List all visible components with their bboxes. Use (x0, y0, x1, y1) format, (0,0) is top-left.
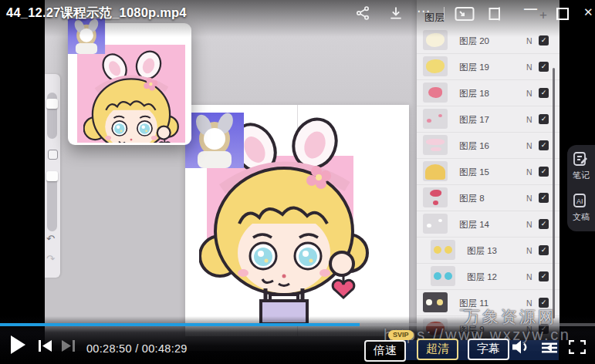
current-time: 00:28:50 (86, 342, 132, 355)
layer-thumbnail[interactable] (423, 161, 448, 181)
layer-row[interactable]: 图层 14N✓ (417, 211, 560, 238)
layer-name: 图层 15 (459, 167, 489, 178)
share-icon[interactable] (355, 5, 370, 21)
side-dock: 笔记 AI 文稿 (567, 145, 595, 231)
previous-icon[interactable] (39, 340, 53, 352)
layer-visibility-checkbox[interactable]: ✓ (539, 114, 549, 124)
layer-thumbnail[interactable] (423, 56, 448, 76)
layer-visibility-checkbox[interactable]: ✓ (539, 219, 549, 229)
total-duration: 00:48:29 (142, 342, 188, 355)
modify-button[interactable] (48, 150, 58, 160)
undo-icon[interactable]: ↶ (46, 233, 55, 244)
layer-name: 图层 16 (459, 140, 489, 152)
layer-blend-mode[interactable]: N (526, 62, 532, 72)
layer-thumbnail[interactable] (431, 240, 455, 260)
picture-in-picture-icon[interactable] (455, 6, 475, 22)
layer-visibility-checkbox[interactable]: ✓ (539, 193, 549, 203)
next-icon[interactable] (60, 340, 75, 352)
titlebar-divider (444, 7, 445, 19)
layer-thumbnail[interactable] (423, 214, 448, 234)
playback-speed-button[interactable]: 倍速 (364, 340, 406, 362)
layers-panel: 图层 + 图层 20N✓图层 19N✓图层 18N✓图层 17N✓图层 16N✓… (417, 0, 560, 351)
layer-row[interactable]: 图层 13N✓ (417, 238, 560, 264)
notes-icon (573, 151, 588, 167)
layer-row[interactable]: 图层 19N✓ (417, 54, 560, 80)
quality-button[interactable]: 超清 (417, 339, 458, 360)
layer-row[interactable]: 图层 15N✓ (417, 159, 560, 185)
layer-name: 图层 18 (459, 88, 489, 99)
layer-name: 图层 12 (467, 271, 497, 283)
layer-visibility-checkbox[interactable]: ✓ (539, 62, 549, 72)
minimize-icon[interactable]: — (524, 2, 537, 17)
drawing-tool-sidebar: ↶ ↷ (45, 74, 60, 278)
layer-name: 图层 19 (459, 62, 489, 73)
more-options-icon[interactable]: ⋯ (417, 3, 431, 19)
notes-button[interactable]: 笔记 (567, 145, 595, 187)
document-icon: AI (573, 193, 588, 208)
layer-blend-mode[interactable]: N (526, 246, 532, 255)
reference-image (77, 45, 185, 143)
time-separator: / (132, 342, 142, 355)
layer-blend-mode[interactable]: N (526, 115, 532, 124)
time-display: 00:28:50 / 00:48:29 (86, 342, 188, 355)
layer-visibility-checkbox[interactable]: ✓ (539, 271, 549, 281)
reference-character (83, 49, 179, 143)
brush-opacity-slider-handle[interactable] (46, 171, 58, 181)
layer-name: 图层 20 (459, 35, 489, 47)
layer-row[interactable]: 图层 18N✓ (417, 80, 560, 106)
document-button[interactable]: AI 文稿 (567, 187, 595, 228)
layer-thumbnail[interactable] (431, 266, 455, 286)
layer-list: 图层 20N✓图层 19N✓图层 18N✓图层 17N✓图层 16N✓图层 15… (417, 28, 560, 342)
video-player-window: { "player_window": { "title": "44_12.27课… (0, 0, 595, 364)
layer-row[interactable]: 图层 12N✓ (417, 264, 560, 290)
document-label: 文稿 (573, 211, 590, 223)
layer-row[interactable]: 图层 16N✓ (417, 133, 560, 159)
play-button[interactable] (11, 335, 25, 354)
layer-thumbnail[interactable] (423, 187, 448, 207)
layer-blend-mode[interactable]: N (526, 272, 532, 281)
layer-row[interactable]: 图层 17N✓ (417, 106, 560, 133)
layer-thumbnail[interactable] (423, 109, 448, 129)
layer-name: 图层 8 (459, 193, 485, 204)
layer-visibility-checkbox[interactable]: ✓ (539, 140, 549, 150)
redo-icon[interactable]: ↷ (46, 253, 55, 265)
layer-blend-mode[interactable]: N (526, 220, 532, 229)
fullscreen-icon[interactable] (569, 340, 586, 354)
layer-blend-mode[interactable]: N (526, 141, 532, 150)
playback-settings-icon[interactable] (540, 342, 559, 354)
layer-blend-mode[interactable]: N (526, 194, 532, 203)
layer-row[interactable]: 图层 8N✓ (417, 185, 560, 211)
close-icon[interactable]: ✕ (583, 5, 593, 19)
layer-blend-mode[interactable]: N (526, 89, 532, 98)
reference-photo-on-canvas (185, 113, 244, 168)
subtitle-button[interactable]: 字幕 (468, 339, 509, 360)
layer-visibility-checkbox[interactable]: ✓ (539, 88, 549, 98)
drawing-canvas[interactable] (185, 105, 409, 336)
layer-blend-mode[interactable]: N (526, 36, 532, 46)
layer-thumbnail[interactable] (423, 292, 448, 312)
layer-visibility-checkbox[interactable]: ✓ (539, 245, 549, 255)
brush-size-slider-handle[interactable] (46, 99, 58, 109)
layer-visibility-checkbox[interactable]: ✓ (539, 167, 549, 177)
maximize-icon[interactable] (556, 8, 569, 20)
mini-player-icon[interactable] (487, 6, 504, 22)
layers-scrollbar[interactable] (553, 68, 555, 318)
svg-text:AI: AI (576, 197, 583, 205)
video-content[interactable]: ↶ ↷ 图层 + 图层 20N✓图层 19N✓图层 18N✓图层 17N✓图层 … (45, 0, 560, 351)
layer-name: 图层 13 (467, 245, 497, 257)
notes-label: 笔记 (573, 170, 590, 181)
volume-icon[interactable] (511, 339, 531, 355)
progress-bar[interactable] (0, 323, 595, 326)
progress-filled (0, 323, 360, 326)
layer-thumbnail[interactable] (423, 83, 448, 103)
video-title: 44_12.27课程示范_1080p.mp4 (6, 5, 187, 22)
layer-name: 图层 17 (459, 114, 489, 126)
download-icon[interactable] (388, 5, 404, 21)
layer-name: 图层 14 (459, 219, 489, 231)
layer-blend-mode[interactable]: N (526, 167, 532, 177)
svip-badge: SVIP (388, 330, 414, 340)
layer-thumbnail[interactable] (423, 135, 448, 155)
